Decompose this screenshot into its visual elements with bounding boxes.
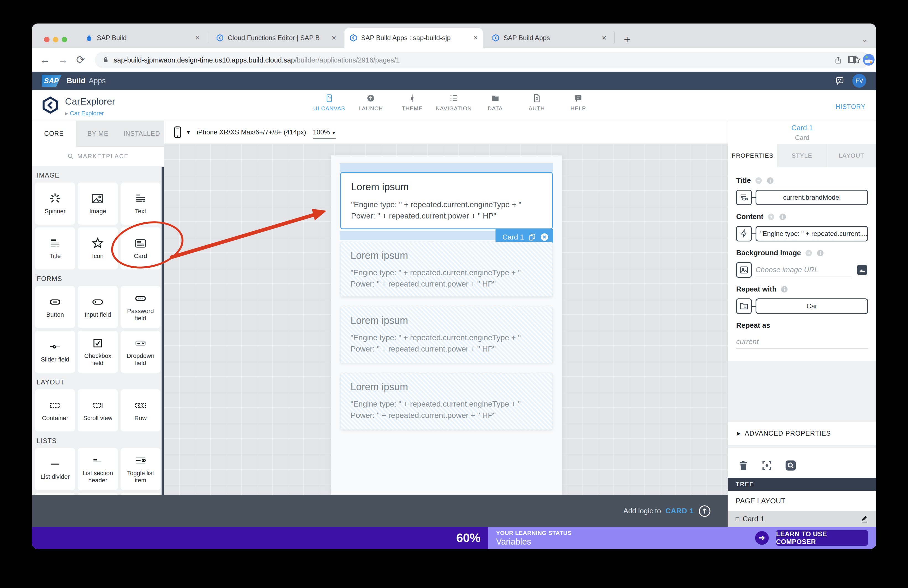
- repeat-as-input[interactable]: [736, 335, 868, 349]
- selected-card[interactable]: Lorem ipsum "Engine type: " + repeated.c…: [340, 172, 553, 229]
- content-field[interactable]: "Engine type: " + repeated.current....: [736, 226, 868, 241]
- logic-footer[interactable]: Add logic to CARD 1: [32, 495, 728, 527]
- build-apps-favicon: [349, 34, 357, 42]
- side-panel-icon[interactable]: [847, 54, 858, 65]
- browser-tab[interactable]: Cloud Functions Editor | SAP B ×: [211, 28, 341, 48]
- minimize-window-button[interactable]: [53, 37, 58, 42]
- project-title: CarExplorer: [65, 96, 115, 107]
- browser-tab[interactable]: SAP Build ×: [80, 28, 205, 48]
- tab-core[interactable]: CORE: [32, 121, 76, 146]
- history-button[interactable]: HISTORY: [836, 103, 865, 111]
- info-icon[interactable]: [781, 286, 788, 293]
- component-square-icon: □: [736, 516, 739, 523]
- component-toggle-list-item[interactable]: Toggle list item: [121, 448, 161, 490]
- expand-logic-icon[interactable]: [698, 505, 711, 517]
- component-spinner[interactable]: Spinner: [35, 183, 75, 225]
- choose-image-button[interactable]: [856, 264, 868, 276]
- close-tab-icon[interactable]: ×: [332, 34, 336, 42]
- tab-ui-canvas[interactable]: UI CANVAS: [309, 94, 350, 112]
- learn-composer-button[interactable]: LEARN TO USE COMPOSER: [776, 530, 868, 546]
- panel-scrollbar[interactable]: [161, 167, 164, 495]
- learning-next-icon[interactable]: [755, 530, 770, 545]
- device-dropdown-chevron-icon[interactable]: ▼: [186, 129, 191, 135]
- image-icon[interactable]: [736, 262, 752, 278]
- inspect-search-button[interactable]: [785, 459, 797, 471]
- close-tab-icon[interactable]: ×: [602, 34, 607, 42]
- component-password-field[interactable]: Password field: [121, 286, 161, 328]
- component-list-section-header[interactable]: List section header: [78, 448, 118, 490]
- repeat-as-field[interactable]: [736, 335, 868, 349]
- component-container[interactable]: Container: [35, 389, 75, 431]
- back-icon[interactable]: ←: [40, 54, 50, 66]
- close-tab-icon[interactable]: ×: [195, 34, 200, 42]
- component-title[interactable]: Button Title: [35, 227, 75, 269]
- marketplace-search[interactable]: MARKETPLACE: [32, 146, 164, 166]
- component-row[interactable]: Row: [121, 389, 161, 431]
- component-text[interactable]: Text: [121, 183, 161, 225]
- tab-style[interactable]: STYLE: [777, 144, 827, 167]
- component-list-divider[interactable]: List divider: [35, 448, 75, 490]
- forward-icon[interactable]: →: [58, 54, 68, 66]
- info-icon[interactable]: [779, 213, 787, 221]
- repeat-with-field[interactable]: Car: [736, 299, 868, 314]
- component-image[interactable]: Image: [78, 183, 118, 225]
- tree-node-card1[interactable]: □ Card 1: [728, 511, 876, 527]
- info-icon[interactable]: [766, 177, 774, 185]
- unbind-icon[interactable]: [805, 249, 813, 257]
- zoom-window-button[interactable]: [62, 37, 67, 42]
- refresh-icon[interactable]: ⟳: [76, 54, 85, 66]
- device-label[interactable]: iPhone XR/XS Max/6+/7+/8+ (414px): [197, 129, 306, 136]
- data-folder-icon[interactable]: [736, 299, 752, 314]
- breadcrumb[interactable]: ▸ Car Explorer: [65, 110, 104, 117]
- background-url-input[interactable]: [755, 263, 852, 277]
- info-icon[interactable]: [816, 249, 824, 257]
- isolate-component-icon[interactable]: [761, 459, 773, 471]
- title-field[interactable]: current.brandModel: [736, 190, 868, 205]
- feedback-icon[interactable]: [835, 76, 845, 86]
- data-binding-icon[interactable]: [736, 190, 752, 205]
- component-input-field[interactable]: Input field: [78, 286, 118, 328]
- component-slider-field[interactable]: Slider field: [35, 331, 75, 373]
- component-button[interactable]: Button: [35, 286, 75, 328]
- browser-tab-active[interactable]: SAP Build Apps : sap-build-sjp ×: [345, 28, 483, 48]
- duplicate-icon[interactable]: [528, 233, 536, 241]
- browser-tab[interactable]: SAP Build Apps ×: [487, 28, 612, 48]
- repeat-with-value: Car: [755, 299, 868, 314]
- user-avatar[interactable]: FV: [852, 74, 866, 88]
- close-window-button[interactable]: [44, 37, 50, 42]
- component-card[interactable]: Card: [121, 227, 161, 269]
- tab-layout[interactable]: LAYOUT: [827, 144, 876, 167]
- component-dropdown-field[interactable]: Dropdown field: [121, 331, 161, 373]
- tab-navigation[interactable]: NAVIGATION: [433, 94, 475, 112]
- tab-search-chevron-icon[interactable]: ⌄: [862, 35, 868, 44]
- background-image-field[interactable]: [736, 262, 868, 278]
- remove-icon[interactable]: [540, 233, 549, 241]
- phone-device-icon[interactable]: [174, 126, 181, 138]
- component-checkbox-field[interactable]: Checkbox field: [78, 331, 118, 373]
- tab-help[interactable]: HELP: [557, 94, 599, 112]
- rename-pencil-icon[interactable]: [860, 515, 869, 523]
- close-tab-icon[interactable]: ×: [473, 34, 478, 42]
- title-field-value: current.brandModel: [755, 190, 868, 205]
- advanced-properties-toggle[interactable]: ▶ ADVANCED PROPERTIES: [728, 422, 876, 445]
- zoom-select[interactable]: 100% ▼: [313, 129, 336, 139]
- tab-auth[interactable]: AUTH: [516, 94, 557, 112]
- tab-launch[interactable]: LAUNCH: [350, 94, 391, 112]
- tab-by-me[interactable]: BY ME: [76, 121, 120, 146]
- tab-properties[interactable]: PROPERTIES: [728, 144, 777, 167]
- tab-installed[interactable]: INSTALLED: [120, 121, 164, 146]
- browser-profile-avatar[interactable]: [862, 53, 875, 66]
- component-scroll-view[interactable]: Scroll view: [78, 389, 118, 431]
- share-icon[interactable]: [834, 56, 842, 64]
- unbind-icon[interactable]: [767, 213, 775, 221]
- tree-page-layout[interactable]: PAGE LAYOUT: [728, 491, 876, 511]
- delete-icon[interactable]: [738, 460, 749, 471]
- tab-theme[interactable]: THEME: [391, 94, 433, 112]
- address-bar[interactable]: sap-build-sjpmwaon.design-time.us10.apps…: [95, 52, 869, 68]
- new-tab-button[interactable]: +: [624, 34, 630, 46]
- unbind-icon[interactable]: [755, 177, 763, 185]
- formula-icon[interactable]: [736, 226, 752, 241]
- ui-canvas[interactable]: Lorem ipsum "Engine type: " + repeated.c…: [164, 144, 728, 495]
- component-icon[interactable]: Icon: [78, 227, 118, 269]
- tab-data[interactable]: DATA: [475, 94, 516, 112]
